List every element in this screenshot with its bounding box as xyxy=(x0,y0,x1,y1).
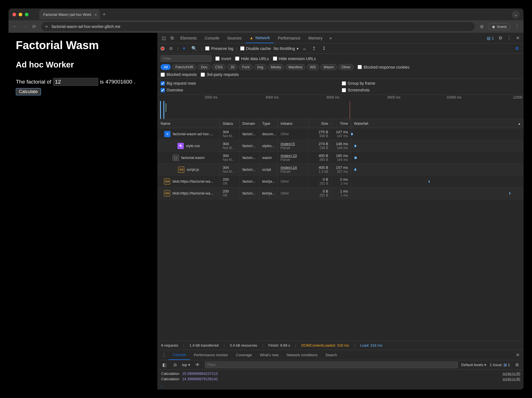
filter-pill-ws[interactable]: WS xyxy=(307,64,319,70)
guest-icon: ◉ xyxy=(492,25,495,29)
filter-pill-wasm[interactable]: Wasm xyxy=(320,64,337,70)
doc-file-icon: ≡ xyxy=(164,131,170,137)
blocked-requests-checkbox[interactable]: Blocked requests xyxy=(161,72,197,77)
drawer-tab-console[interactable]: Console xyxy=(168,350,190,360)
network-row[interactable]: <>blob:https://factorial-wa...200OKfacto… xyxy=(158,187,524,199)
network-filter-input[interactable] xyxy=(161,55,211,62)
network-row[interactable]: ⬚factorial.wasm304Not M...factori...wasm… xyxy=(158,152,524,164)
console-issues[interactable]: 1 Issue: ▤ 1 xyxy=(490,363,510,367)
device-icon[interactable]: ⧉ xyxy=(169,36,175,41)
filter-pill-media[interactable]: Media xyxy=(268,64,284,70)
filter-pill-all[interactable]: All xyxy=(161,64,171,70)
new-tab-button[interactable]: + xyxy=(103,12,106,18)
eye-icon[interactable]: 👁 xyxy=(194,362,202,368)
settings-icon[interactable]: ⚙ xyxy=(497,35,504,41)
drawer-tab-coverage[interactable]: Coverage xyxy=(232,350,256,360)
chevron-down-icon[interactable]: ⌄ xyxy=(512,10,520,18)
console-sidebar-icon[interactable]: ◧ xyxy=(161,362,168,368)
network-timeline[interactable]: 2000 ms4000 ms6000 ms8000 ms10000 ms1200… xyxy=(158,95,524,119)
invert-checkbox[interactable]: Invert xyxy=(215,56,231,61)
factorial-input[interactable] xyxy=(53,78,98,86)
devtools-tab-memory[interactable]: Memory xyxy=(304,33,327,43)
wifi-icon[interactable]: ⏛ xyxy=(301,46,308,51)
page-h1: Factorial Wasm xyxy=(16,39,150,52)
filter-icon[interactable]: ▾ xyxy=(181,46,187,51)
url-input[interactable]: ᯣ factorial-wasm-ad-hoc-worker.glitch.me xyxy=(41,22,475,31)
drawer-menu-icon[interactable]: ⋮ xyxy=(160,352,168,358)
devtools-panel: ◫ ⧉ ElementsConsoleSources▲NetworkPerfor… xyxy=(157,33,524,390)
group-frame-checkbox[interactable]: Group by frame xyxy=(342,81,521,86)
throttling-select[interactable]: No throttling▾ xyxy=(273,46,298,51)
browser-tab[interactable]: Factorial Wasm (ad hoc Work × xyxy=(39,9,100,19)
network-row[interactable]: ≡factorial-wasm-ad-hoc-...304Not M...fac… xyxy=(158,128,524,140)
overview-checkbox[interactable]: Overview xyxy=(161,88,340,92)
drawer-tab-what's-new[interactable]: What's new xyxy=(256,350,283,360)
disable-cache-checkbox[interactable]: Disable cache xyxy=(240,46,271,51)
search-icon[interactable]: 🔍 xyxy=(190,46,199,51)
console-settings-icon[interactable]: ⚙ xyxy=(513,362,521,368)
filter-pill-manifest[interactable]: Manifest xyxy=(285,64,305,70)
window-maximize[interactable] xyxy=(25,13,29,16)
download-icon[interactable]: ↧ xyxy=(320,46,327,51)
profile-button[interactable]: ◉ Guest xyxy=(488,23,510,30)
drawer-tab-performance-monitor[interactable]: Performance monitor xyxy=(190,350,232,360)
network-row[interactable]: <>blob:https://factorial-wa...200OKfacto… xyxy=(158,176,524,187)
hide-data-urls-checkbox[interactable]: Hide data URLs xyxy=(235,56,269,61)
calculate-button[interactable]: Calculate xyxy=(16,88,41,95)
third-party-checkbox[interactable]: 3rd-party requests xyxy=(201,72,239,77)
upload-icon[interactable]: ↥ xyxy=(310,46,318,51)
address-bar: ← → ⟳ ᯣ factorial-wasm-ad-hoc-worker.gli… xyxy=(8,20,524,33)
inspect-icon[interactable]: ◫ xyxy=(160,35,168,41)
css-file-icon: ✎ xyxy=(178,143,184,149)
filter-pill-font[interactable]: Font xyxy=(239,64,253,70)
filter-pill-doc[interactable]: Doc xyxy=(198,64,211,70)
big-rows-checkbox[interactable]: Big request rows xyxy=(161,81,340,86)
devtools-tab-network[interactable]: ▲Network xyxy=(246,33,274,43)
window-close[interactable] xyxy=(12,13,16,16)
console-clear-icon[interactable]: ⊘ xyxy=(172,362,179,368)
zoom-icon[interactable]: ⊕ xyxy=(480,24,484,30)
issues-button[interactable]: ▤ 1 xyxy=(485,36,496,40)
more-tabs-icon[interactable]: » xyxy=(328,36,334,41)
clear-icon[interactable]: ⊘ xyxy=(167,46,174,51)
drawer-tab-network-conditions[interactable]: Network conditions xyxy=(283,350,321,360)
filter-pill-js[interactable]: JS xyxy=(227,64,238,70)
window-minimize[interactable] xyxy=(19,13,22,16)
blocked-cookies-checkbox[interactable]: Blocked response cookies xyxy=(358,65,410,69)
devtools-tab-elements[interactable]: Elements xyxy=(176,33,201,43)
filter-pill-img[interactable]: Img xyxy=(254,64,266,70)
hide-ext-urls-checkbox[interactable]: Hide extension URLs xyxy=(273,56,316,61)
devtools-tab-performance[interactable]: Performance xyxy=(274,33,304,43)
webpage-content: Factorial Wasm Ad hoc Worker The factori… xyxy=(8,33,157,390)
filter-pill-css[interactable]: CSS xyxy=(212,64,226,70)
filter-pill-fetch-xhr[interactable]: Fetch/XHR xyxy=(172,64,196,70)
devtools-tab-console[interactable]: Console xyxy=(201,33,223,43)
back-button[interactable]: ← xyxy=(12,24,17,29)
site-info-icon[interactable]: ᯣ xyxy=(45,25,49,29)
console-filter-input[interactable] xyxy=(205,362,458,368)
log-levels-select[interactable]: Default levels ▾ xyxy=(461,363,486,367)
js-file-icon: <> xyxy=(178,167,184,173)
tab-close-icon[interactable]: × xyxy=(95,12,97,17)
screenshots-checkbox[interactable]: Screenshots xyxy=(342,88,521,92)
filter-pill-other[interactable]: Other xyxy=(338,64,354,70)
page-h2: Ad hoc Worker xyxy=(16,60,150,69)
network-row[interactable]: <>script.js304Not M...factori...script(i… xyxy=(158,164,524,176)
network-row[interactable]: ✎style.css304Not M...factori...styles...… xyxy=(158,140,524,152)
drawer-tab-search[interactable]: Search xyxy=(321,350,341,360)
reload-button[interactable]: ⟳ xyxy=(32,24,36,30)
factorial-mid: is xyxy=(100,79,104,85)
console-prompt[interactable]: › xyxy=(158,383,524,390)
console-log-entry: Calculation 14.399999976158142script.js:… xyxy=(158,376,524,382)
menu-icon[interactable]: ⋮ xyxy=(515,24,520,30)
kebab-icon[interactable]: ⋮ xyxy=(505,35,513,41)
record-button[interactable] xyxy=(161,47,165,51)
tab-title: Factorial Wasm (ad hoc Work xyxy=(43,12,91,17)
preserve-log-checkbox[interactable]: Preserve log xyxy=(205,46,233,51)
drawer-close-icon[interactable]: ✕ xyxy=(514,352,521,358)
close-devtools-icon[interactable]: ✕ xyxy=(514,35,521,41)
network-settings-icon[interactable]: ⚙ xyxy=(513,46,521,51)
devtools-tab-sources[interactable]: Sources xyxy=(223,33,246,43)
console-context-select[interactable]: top ▾ xyxy=(182,363,190,367)
forward-button[interactable]: → xyxy=(22,24,27,29)
